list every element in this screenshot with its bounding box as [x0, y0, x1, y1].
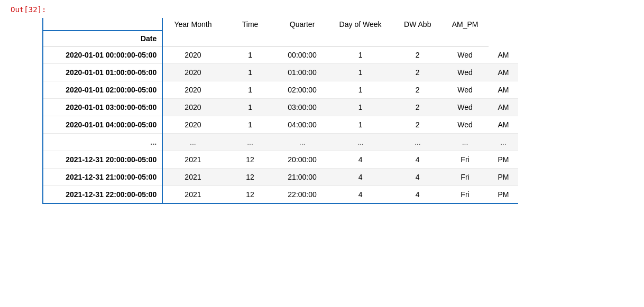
dow-cell: 2 — [393, 46, 441, 64]
quarter-cell: 1 — [327, 46, 394, 64]
time-cell: 22:00:00 — [277, 186, 327, 204]
dow-cell: 2 — [393, 116, 441, 134]
data-cols-subheader — [162, 31, 489, 46]
year-cell: 2020 — [162, 99, 223, 116]
ampm-cell: PM — [489, 151, 518, 169]
table-row: 2021-12-31 21:00:00-05:0020211221:00:004… — [43, 169, 518, 186]
quarter-cell: 4 — [327, 151, 394, 169]
table-row: ........................ — [43, 134, 518, 151]
quarter-cell: 1 — [327, 81, 394, 99]
dataframe-table: Year Month Time Quarter Day of Week DW A… — [42, 18, 518, 204]
dow-cell: 4 — [393, 186, 441, 204]
dwabb-cell: ... — [441, 134, 489, 151]
date-cell: 2020-01-01 02:00:00-05:00 — [43, 81, 162, 99]
time-cell: 04:00:00 — [277, 116, 327, 134]
ampm-cell: AM — [489, 99, 518, 116]
ampm-cell: ... — [489, 134, 518, 151]
ampm-cell: AM — [489, 116, 518, 134]
dow-cell: ... — [393, 134, 441, 151]
date-cell: 2020-01-01 00:00:00-05:00 — [43, 46, 162, 64]
dow-cell: 4 — [393, 151, 441, 169]
dwabb-cell: Wed — [441, 46, 489, 64]
ampm-cell: PM — [489, 186, 518, 204]
year-cell: 2021 — [162, 151, 223, 169]
subheader-row: Date — [43, 31, 518, 46]
time-header: Time — [223, 18, 278, 31]
date-cell: 2020-01-01 04:00:00-05:00 — [43, 116, 162, 134]
dataframe-table-container: Year Month Time Quarter Day of Week DW A… — [42, 18, 633, 204]
output-label: Out[32]: — [11, 5, 633, 14]
ampm-cell: AM — [489, 46, 518, 64]
dow-cell: 4 — [393, 169, 441, 186]
time-cell: 01:00:00 — [277, 64, 327, 81]
month-cell: 12 — [223, 186, 278, 204]
date-subheader: Date — [43, 31, 162, 46]
day-of-week-header: Day of Week — [327, 18, 394, 31]
time-cell: ... — [277, 134, 327, 151]
year-cell: ... — [162, 134, 223, 151]
month-cell: 1 — [223, 116, 278, 134]
year-cell: 2021 — [162, 169, 223, 186]
table-body: 2020-01-01 00:00:00-05:002020100:00:0012… — [43, 46, 518, 204]
ampm-cell: AM — [489, 81, 518, 99]
time-cell: 00:00:00 — [277, 46, 327, 64]
time-cell: 02:00:00 — [277, 81, 327, 99]
dow-cell: 2 — [393, 81, 441, 99]
dwabb-cell: Wed — [441, 64, 489, 81]
year-month-header: Year Month — [162, 18, 223, 31]
table-row: 2020-01-01 03:00:00-05:002020103:00:0012… — [43, 99, 518, 116]
table-row: 2021-12-31 22:00:00-05:0020211222:00:004… — [43, 186, 518, 204]
month-cell: 1 — [223, 46, 278, 64]
am-pm-header: AM_PM — [441, 18, 489, 31]
month-cell: 12 — [223, 169, 278, 186]
table-row: 2020-01-01 02:00:00-05:002020102:00:0012… — [43, 81, 518, 99]
date-col-spacer — [43, 18, 162, 31]
year-cell: 2020 — [162, 64, 223, 81]
quarter-cell: 1 — [327, 64, 394, 81]
quarter-header: Quarter — [277, 18, 327, 31]
dwabb-cell: Wed — [441, 81, 489, 99]
month-cell: ... — [223, 134, 278, 151]
month-cell: 1 — [223, 64, 278, 81]
month-cell: 12 — [223, 151, 278, 169]
quarter-cell: 4 — [327, 186, 394, 204]
date-cell: 2020-01-01 01:00:00-05:00 — [43, 64, 162, 81]
year-cell: 2020 — [162, 81, 223, 99]
dwabb-cell: Fri — [441, 186, 489, 204]
quarter-cell: ... — [327, 134, 394, 151]
table-row: 2020-01-01 01:00:00-05:002020101:00:0012… — [43, 64, 518, 81]
dow-cell: 2 — [393, 99, 441, 116]
date-cell: ... — [43, 134, 162, 151]
ampm-cell: PM — [489, 169, 518, 186]
dwabb-cell: Fri — [441, 151, 489, 169]
date-cell: 2021-12-31 21:00:00-05:00 — [43, 169, 162, 186]
date-cell: 2021-12-31 22:00:00-05:00 — [43, 186, 162, 204]
time-cell: 21:00:00 — [277, 169, 327, 186]
ampm-cell: AM — [489, 64, 518, 81]
dwabb-cell: Wed — [441, 99, 489, 116]
month-cell: 1 — [223, 99, 278, 116]
month-cell: 1 — [223, 81, 278, 99]
year-cell: 2020 — [162, 46, 223, 64]
column-header-row: Year Month Time Quarter Day of Week DW A… — [43, 18, 518, 31]
table-row: 2020-01-01 04:00:00-05:002020104:00:0012… — [43, 116, 518, 134]
dw-abb-header: DW Abb — [393, 18, 441, 31]
table-row: 2021-12-31 20:00:00-05:0020211220:00:004… — [43, 151, 518, 169]
quarter-cell: 1 — [327, 116, 394, 134]
quarter-cell: 4 — [327, 169, 394, 186]
year-cell: 2020 — [162, 116, 223, 134]
date-cell: 2020-01-01 03:00:00-05:00 — [43, 99, 162, 116]
dwabb-cell: Wed — [441, 116, 489, 134]
quarter-cell: 1 — [327, 99, 394, 116]
time-cell: 03:00:00 — [277, 99, 327, 116]
date-cell: 2021-12-31 20:00:00-05:00 — [43, 151, 162, 169]
year-cell: 2021 — [162, 186, 223, 204]
dow-cell: 2 — [393, 64, 441, 81]
time-cell: 20:00:00 — [277, 151, 327, 169]
table-row: 2020-01-01 00:00:00-05:002020100:00:0012… — [43, 46, 518, 64]
dwabb-cell: Fri — [441, 169, 489, 186]
